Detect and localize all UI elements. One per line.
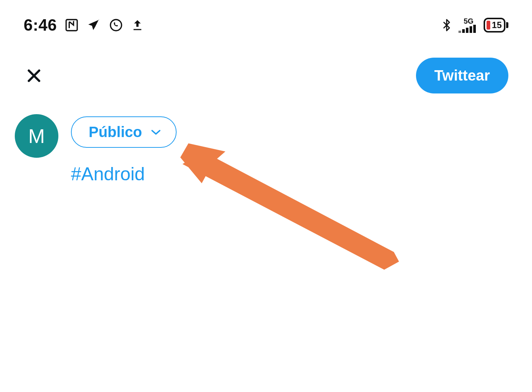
nfc-icon bbox=[64, 18, 79, 33]
signal-bars-icon bbox=[458, 25, 478, 33]
compose-header: Twittear bbox=[0, 35, 532, 93]
svg-rect-2 bbox=[458, 31, 461, 33]
close-icon bbox=[25, 67, 43, 85]
compose-body: Público #Android bbox=[71, 114, 177, 185]
clock: 6:46 bbox=[24, 16, 57, 34]
avatar-initial: M bbox=[28, 125, 45, 147]
bluetooth-icon bbox=[440, 18, 453, 33]
svg-rect-0 bbox=[66, 20, 77, 31]
battery-fill-icon bbox=[487, 21, 490, 30]
audience-selector[interactable]: Público bbox=[71, 116, 177, 148]
compose-area: M Público #Android bbox=[0, 93, 532, 185]
audience-label: Público bbox=[89, 124, 142, 140]
battery-percent-label: 15 bbox=[492, 20, 502, 30]
network-type-label: 5G bbox=[464, 17, 474, 25]
tweet-button[interactable]: Twittear bbox=[416, 58, 508, 93]
whatsapp-icon bbox=[109, 18, 123, 33]
battery-indicator: 15 bbox=[484, 18, 508, 33]
status-bar: 6:46 bbox=[0, 0, 532, 35]
svg-rect-5 bbox=[470, 26, 472, 33]
status-bar-left: 6:46 bbox=[24, 16, 144, 34]
svg-rect-6 bbox=[473, 25, 476, 33]
close-button[interactable] bbox=[24, 65, 44, 86]
cellular-indicator: 5G bbox=[458, 17, 478, 33]
avatar[interactable]: M bbox=[15, 114, 58, 158]
tweet-text-input[interactable]: #Android bbox=[71, 163, 177, 185]
status-bar-right: 5G 15 bbox=[440, 17, 508, 33]
upload-icon bbox=[131, 18, 144, 32]
telegram-icon bbox=[86, 18, 101, 33]
svg-point-1 bbox=[110, 20, 122, 31]
svg-rect-3 bbox=[462, 29, 465, 33]
svg-rect-4 bbox=[466, 28, 468, 33]
chevron-down-icon bbox=[151, 129, 161, 136]
